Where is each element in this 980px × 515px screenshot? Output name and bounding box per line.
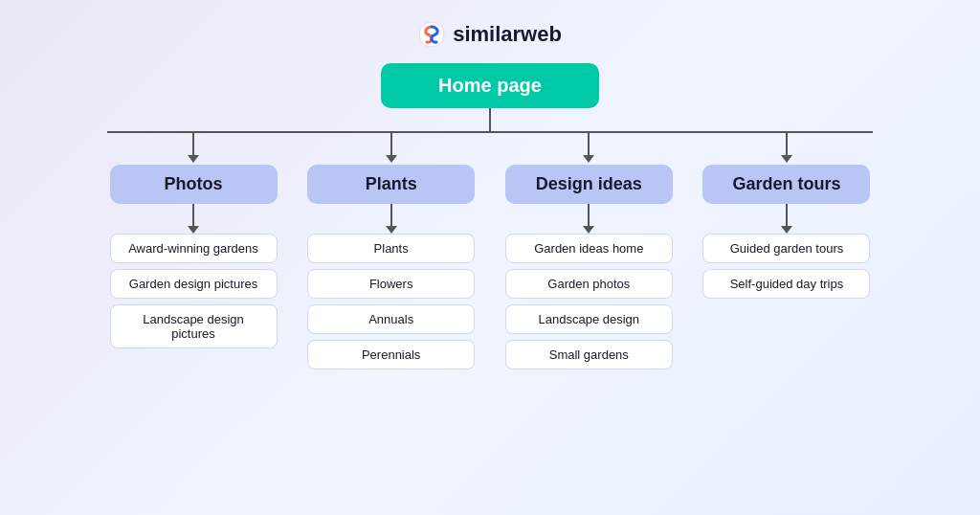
- plants-items: Plants Flowers Annuals Perennials: [307, 234, 475, 369]
- arrow-down-icon: [386, 155, 397, 163]
- root-connector: [489, 108, 491, 131]
- branch-connector: [390, 133, 392, 156]
- photos-items: Award-winning gardens Garden design pict…: [110, 234, 278, 348]
- arrow-down-icon: [188, 226, 199, 234]
- list-item: Self-guided day trips: [702, 269, 870, 299]
- cat-connector: [390, 204, 392, 227]
- list-item: Garden photos: [505, 269, 673, 299]
- arrow-down-icon: [386, 226, 397, 234]
- branch-design-ideas: Design ideas Garden ideas home Garden ph…: [502, 133, 675, 369]
- garden-tours-items: Guided garden tours Self-guided day trip…: [702, 234, 870, 299]
- branch-photos: Photos Award-winning gardens Garden desi…: [107, 133, 279, 369]
- design-ideas-items: Garden ideas home Garden photos Landscap…: [505, 234, 673, 369]
- arrow-down-icon: [583, 155, 594, 163]
- list-item: Landscape design pictures: [110, 304, 278, 348]
- header: similarweb: [418, 21, 562, 48]
- arrow-down-icon: [188, 155, 199, 163]
- list-item: Plants: [307, 234, 475, 263]
- arrow-down-icon: [781, 155, 792, 163]
- list-item: Flowers: [307, 269, 475, 299]
- list-item: Annuals: [307, 304, 475, 334]
- cat-connector: [192, 204, 194, 227]
- branch-plants: Plants Plants Flowers Annuals Perennials: [305, 133, 478, 369]
- list-item: Award-winning gardens: [110, 234, 278, 263]
- tree-root-section: Home page Photos Award-winning gardens G…: [107, 63, 873, 369]
- list-item: Garden ideas home: [505, 234, 673, 263]
- horizontal-bar: [107, 131, 873, 133]
- list-item: Perennials: [307, 340, 475, 369]
- cat-connector: [588, 204, 590, 227]
- category-plants: Plants: [307, 165, 475, 204]
- branch-connector: [192, 133, 194, 156]
- arrow-down-icon: [781, 226, 792, 234]
- category-design-ideas: Design ideas: [505, 165, 673, 204]
- brand-name: similarweb: [453, 22, 562, 47]
- page: similarweb Home page Photos Award-winnin…: [0, 0, 980, 515]
- list-item: Small gardens: [505, 340, 673, 369]
- branch-connector: [786, 133, 788, 156]
- list-item: Guided garden tours: [702, 234, 870, 263]
- root-node: Home page: [381, 63, 599, 108]
- branch-connector: [588, 133, 590, 156]
- list-item: Garden design pictures: [110, 269, 278, 299]
- list-item: Landscape design: [505, 304, 673, 334]
- branch-garden-tours: Garden tours Guided garden tours Self-gu…: [701, 133, 873, 369]
- category-garden-tours: Garden tours: [702, 165, 870, 204]
- arrow-down-icon: [583, 226, 594, 234]
- cat-connector: [786, 204, 788, 227]
- brand-logo-icon: [418, 21, 445, 48]
- category-photos: Photos: [110, 165, 278, 204]
- branches-container: Photos Award-winning gardens Garden desi…: [107, 133, 873, 369]
